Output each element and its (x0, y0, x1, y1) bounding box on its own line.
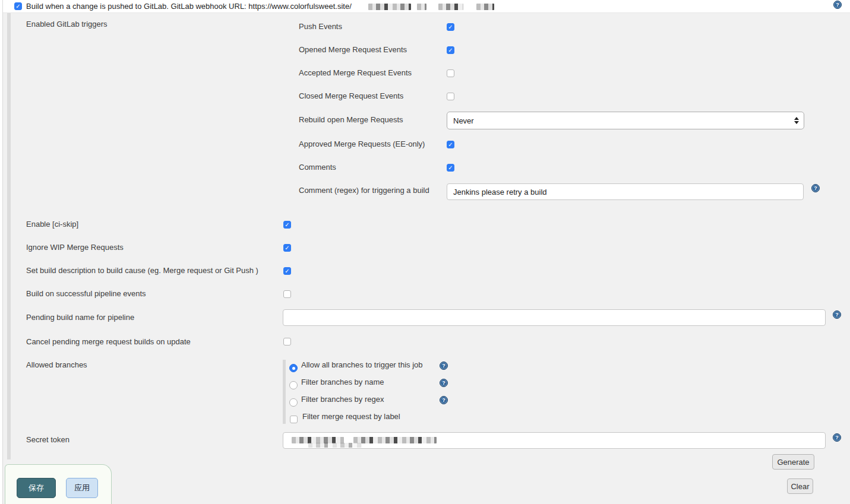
save-button[interactable]: 保存 (17, 478, 56, 498)
webhook-url-redaction (368, 4, 411, 10)
set-build-description-label: Set build description to build cause (eg… (26, 266, 258, 275)
pending-build-name-input[interactable] (283, 309, 826, 326)
build-when-pushed-label: Build when a change is pushed to GitLab.… (26, 2, 352, 11)
trigger-push-events-checkbox[interactable] (447, 23, 454, 31)
allowed-branches-label: Allowed branches (26, 360, 87, 370)
help-icon-comment-regex[interactable] (811, 184, 820, 192)
build-on-pipeline-label: Build on successful pipeline events (26, 289, 146, 299)
allowed-branches-group-bar (283, 360, 286, 424)
trigger-closed-mr-label: Closed Merge Request Events (299, 91, 403, 101)
set-build-description-checkbox[interactable] (283, 267, 291, 275)
ignore-wip-mr-label: Ignore WIP Merge Requests (26, 243, 124, 252)
trigger-accepted-mr-checkbox[interactable] (447, 69, 454, 77)
comment-regex-label: Comment (regex) for triggering a build (299, 186, 429, 195)
rebuild-open-mr-select[interactable]: Never (447, 112, 804, 129)
trigger-opened-mr-label: Opened Merge Request Events (299, 45, 407, 55)
help-icon-filter-by-name[interactable] (440, 379, 448, 387)
radio-filter-branches-by-name-label: Filter branches by name (301, 378, 384, 387)
page-left-margin (0, 0, 3, 504)
apply-button[interactable]: 应用 (66, 478, 98, 498)
comment-regex-input[interactable] (447, 183, 804, 200)
ignore-wip-mr-checkbox[interactable] (283, 244, 291, 252)
approved-mr-checkbox[interactable] (447, 141, 454, 148)
comments-checkbox[interactable] (447, 164, 454, 172)
help-icon-allow-all-branches[interactable] (440, 362, 448, 370)
save-apply-panel: 保存 应用 (5, 464, 112, 504)
cancel-pending-label: Cancel pending merge request builds on u… (26, 337, 191, 347)
webhook-url-redaction (417, 4, 426, 10)
enable-ci-skip-label: Enable [ci-skip] (26, 220, 78, 229)
gitlab-trigger-config-page: Build when a change is pushed to GitLab.… (0, 0, 850, 504)
rebuild-open-mr-label: Rebuild open Merge Requests (299, 115, 403, 125)
help-icon-filter-by-regex[interactable] (440, 396, 448, 404)
generate-button[interactable]: Generate (772, 454, 814, 470)
pending-build-name-label: Pending build name for pipeline (26, 313, 134, 322)
clear-button[interactable]: Clear (787, 478, 813, 494)
filter-mr-by-label-label: Filter merge request by label (302, 412, 400, 421)
trigger-accepted-mr-label: Accepted Merge Request Events (299, 68, 412, 78)
radio-filter-branches-by-regex[interactable] (289, 398, 298, 407)
cancel-pending-checkbox[interactable] (283, 338, 291, 345)
radio-filter-branches-by-regex-label: Filter branches by regex (301, 395, 384, 404)
help-icon-pending-build[interactable] (833, 310, 841, 319)
webhook-url-redaction (438, 4, 463, 10)
radio-filter-branches-by-name[interactable] (289, 381, 298, 389)
radio-allow-all-branches-label: Allow all branches to trigger this job (301, 360, 423, 370)
help-icon-build-trigger[interactable] (833, 1, 842, 9)
build-on-pipeline-checkbox[interactable] (283, 290, 291, 298)
secret-token-redaction (353, 437, 437, 443)
approved-mr-label: Approved Merge Requests (EE-only) (299, 140, 425, 149)
rebuild-open-mr-selected-value: Never (453, 116, 474, 125)
help-icon-secret-token[interactable] (833, 433, 841, 442)
secret-token-redaction (308, 443, 362, 448)
radio-allow-all-branches[interactable] (289, 364, 298, 372)
trigger-opened-mr-checkbox[interactable] (447, 46, 454, 54)
secret-token-label: Secret token (26, 435, 69, 445)
section-drag-bar (7, 13, 11, 459)
build-when-pushed-checkbox[interactable] (14, 2, 22, 10)
select-stepper-icon (794, 117, 799, 124)
trigger-closed-mr-checkbox[interactable] (447, 93, 454, 100)
enable-ci-skip-checkbox[interactable] (283, 221, 291, 229)
webhook-url-redaction (476, 4, 494, 10)
trigger-push-events-label: Push Events (299, 22, 342, 31)
secret-token-input[interactable] (283, 432, 826, 449)
comments-label: Comments (299, 163, 336, 172)
filter-mr-by-label-checkbox[interactable] (290, 416, 298, 423)
build-trigger-header: Build when a change is pushed to GitLab.… (0, 0, 850, 13)
enabled-triggers-label: Enabled GitLab triggers (26, 20, 108, 29)
